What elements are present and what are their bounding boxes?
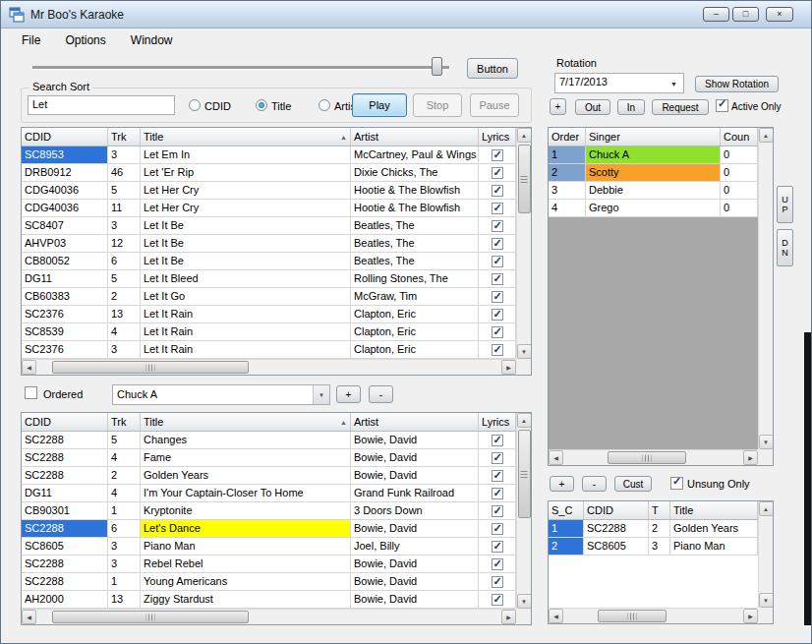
lyrics-checkbox[interactable]: ✓ [492,326,503,338]
combo-dropdown-icon[interactable]: ▼ [313,385,329,404]
grid-cell[interactable]: SC2376 [22,306,108,322]
table-row[interactable]: SC22886Let's DanceBowie, David✓ [22,520,531,538]
lyrics-cell[interactable]: ✓ [479,520,516,537]
grid-cell[interactable]: 3 Doors Down [351,502,479,519]
lyrics-cell[interactable]: ✓ [479,591,516,608]
grid-cell[interactable]: Grand Funk Railroad [351,485,479,501]
column-header[interactable]: CDID [584,501,649,519]
grid-cell[interactable]: SC2288 [22,449,108,466]
lyrics-checkbox[interactable]: ✓ [492,309,503,321]
grid-cell[interactable]: CDG40036 [22,182,108,199]
grid-cell[interactable]: DRB0912 [22,164,108,181]
grid-cell[interactable]: SC2376 [22,341,108,358]
close-button[interactable]: × [766,7,793,22]
rotation-grid-vscrollbar[interactable]: ▲ ▼ [758,128,773,449]
lyrics-checkbox[interactable]: ✓ [492,291,503,303]
table-row[interactable]: SC85394Let It RainClapton, Eric✓ [22,323,531,341]
grid-cell[interactable]: CB90301 [22,502,108,519]
grid-cell[interactable]: 13 [108,306,141,322]
grid-cell[interactable]: Beatles, The [351,217,479,234]
grid-cell[interactable]: Clapton, Eric [351,306,479,322]
scrollbar-thumb[interactable] [608,451,686,464]
column-header[interactable]: Artist [351,413,479,431]
table-row[interactable]: SC89533Let Em InMcCartney, Paul & Wings✓ [22,146,531,164]
table-row[interactable]: AH200013Ziggy StardustBowie, David✓ [22,591,531,609]
table-row[interactable]: SC22885ChangesBowie, David✓ [22,432,531,449]
lyrics-cell[interactable]: ✓ [479,306,516,322]
grid-cell[interactable]: Let Em In [141,146,351,163]
lyrics-cell[interactable]: ✓ [479,467,516,484]
grid-cell[interactable]: Piano Man [670,538,758,555]
grid-cell[interactable]: Bowie, David [351,432,479,448]
grid-cell[interactable]: 0 [721,182,758,199]
grid-cell[interactable]: Bowie, David [351,520,479,537]
grid-cell[interactable]: 4 [108,485,141,501]
lyrics-checkbox[interactable]: ✓ [492,256,503,267]
lyrics-checkbox[interactable]: ✓ [492,167,503,179]
lyrics-checkbox[interactable]: ✓ [492,594,503,606]
grid-cell[interactable]: DG11 [22,485,108,501]
table-row[interactable]: AHVP0312Let It BeBeatles, The✓ [22,235,531,253]
grid-cell[interactable]: Let It Be [141,217,351,234]
lyrics-checkbox[interactable]: ✓ [492,344,503,356]
grid-cell[interactable]: 5 [108,182,141,199]
grid-cell[interactable]: SC2288 [22,573,108,590]
column-header[interactable]: CDID [22,413,108,431]
column-header[interactable]: Title [670,501,758,519]
grid-cell[interactable]: CB80052 [22,253,108,269]
lyrics-checkbox[interactable]: ✓ [492,470,503,482]
grid-cell[interactable]: Piano Man [141,538,351,555]
lyrics-checkbox[interactable]: ✓ [492,238,503,250]
grid-cell[interactable]: Let It Rain [141,341,351,358]
table-row[interactable]: SC23763Let It RainClapton, Eric✓ [22,341,531,359]
lyrics-cell[interactable]: ✓ [479,217,516,234]
grid-cell[interactable]: Changes [141,432,351,448]
cust-button[interactable]: Cust [614,476,652,492]
grid-cell[interactable]: 1 [108,573,141,590]
grid-cell[interactable]: SC2288 [22,520,108,537]
grid-cell[interactable]: Chuck A [586,146,721,163]
singer-remove-button[interactable]: - [369,385,393,403]
grid-cell[interactable]: Scotty [586,164,721,181]
lyrics-cell[interactable]: ✓ [479,538,516,555]
scrollbar-thumb[interactable] [518,145,531,213]
lyrics-cell[interactable]: ✓ [479,253,516,269]
lyrics-cell[interactable]: ✓ [479,164,516,181]
grid-cell[interactable]: Golden Years [141,467,351,484]
table-row[interactable]: DG114I'm Your Captain-Closer To HomeGran… [22,485,531,502]
table-row[interactable]: 2SC86053Piano Man [549,538,773,556]
grid-cell[interactable]: Fame [141,449,351,466]
scroll-down-icon[interactable]: ▼ [517,344,532,359]
stop-button[interactable]: Stop [413,93,462,117]
rotation-add-button[interactable]: + [550,98,566,115]
column-header[interactable]: Coun [721,128,758,146]
lyrics-cell[interactable]: ✓ [479,200,516,216]
table-row[interactable]: SC22883Rebel RebelBowie, David✓ [22,556,531,573]
grid-cell[interactable]: Bowie, David [351,556,479,572]
pause-button[interactable]: Pause [470,93,519,117]
grid-cell[interactable]: 3 [108,217,141,234]
grid-cell[interactable]: Beatles, The [351,235,479,252]
grid-cell[interactable]: Dixie Chicks, The [351,164,479,181]
lyrics-checkbox[interactable]: ✓ [492,452,503,464]
grid-cell[interactable]: Let 'Er Rip [141,164,351,181]
column-header[interactable]: S_C [549,501,584,519]
radio-cdid[interactable] [189,99,201,111]
lyrics-cell[interactable]: ✓ [479,432,516,448]
lyrics-checkbox[interactable]: ✓ [492,273,503,285]
table-row[interactable]: SC22882Golden YearsBowie, David✓ [22,467,531,485]
play-button[interactable]: Play [352,93,407,117]
radio-title[interactable] [256,99,267,111]
lyrics-cell[interactable]: ✓ [479,341,516,358]
minimize-button[interactable]: – [703,7,729,22]
grid-cell[interactable]: 4 [108,449,141,466]
queue-grid-vscrollbar[interactable]: ▲ ▼ [758,501,773,608]
lyrics-checkbox[interactable]: ✓ [492,435,503,446]
column-header[interactable]: CDID [22,128,108,146]
grid-cell[interactable]: Bowie, David [351,449,479,466]
grid-cell[interactable]: SC2288 [584,520,649,537]
grid-cell[interactable]: 2 [649,520,670,537]
scroll-up-icon[interactable]: ▲ [759,128,774,143]
grid-cell[interactable]: SC2288 [22,432,108,448]
rotation-grid-hscrollbar[interactable]: ◀ ▶ [549,449,758,465]
